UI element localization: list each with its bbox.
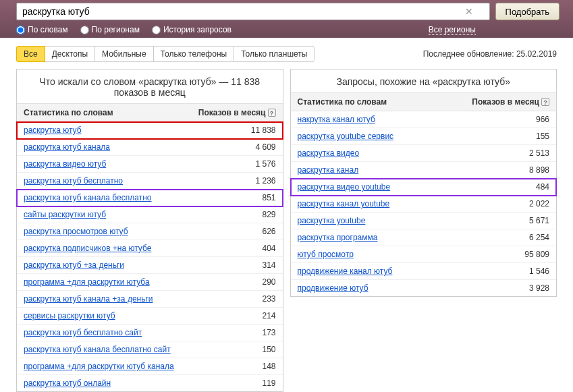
table-row: раскрутка ютуб бесплатно сайт173 [17,325,283,341]
table-row: раскрутка канал8 898 [291,162,557,179]
query-link[interactable]: ютуб просмотр [298,250,354,259]
table-row: сайты раскрутки ютуб829 [17,206,283,223]
query-link[interactable]: раскрутка просмотров ютуб [24,227,128,236]
query-link[interactable]: раскрутка ютуб канала бесплатно сайт [24,345,171,354]
radio-label: По словам [28,25,68,34]
table-row: раскрутка просмотров ютуб626 [17,223,283,240]
tab-tablets[interactable]: Только планшеты [234,46,315,62]
submit-button[interactable]: Подобрать [495,3,560,20]
tab-all[interactable]: Все [16,46,45,62]
radio-by-regions-input[interactable] [80,26,89,34]
query-link[interactable]: раскрутка ютуб бесплатно сайт [24,328,142,337]
col-words: Статистика по словам [291,93,436,111]
shows-value: 148 [188,358,282,375]
last-update: Последнее обновление: 25.02.2019 [423,49,557,59]
table-row: раскрутка youtube сервис155 [291,128,557,145]
query-link[interactable]: раскрутка ютуб онлайн [24,379,111,388]
radio-by-words[interactable]: По словам [16,25,68,34]
shows-value: 626 [188,223,282,240]
query-link[interactable]: раскрутка подписчиков +на ютубе [24,244,151,253]
table-row: раскрутка видео ютуб1 576 [17,156,283,173]
query-link[interactable]: раскрутка youtube сервис [298,132,394,141]
shows-value: 966 [436,111,556,128]
table-row: сервисы раскрутки ютуб214 [17,308,283,325]
shows-value: 4 609 [188,139,282,156]
shows-value: 6 254 [436,229,556,246]
search-bar: ✕ Подобрать По словам По регионам Истори… [0,0,573,38]
col-shows: Показов в месяц? [188,104,282,122]
query-link[interactable]: программа +для раскрутки ютуб канала [24,362,174,371]
table-row: программа +для раскрутки ютуба290 [17,274,283,291]
query-link[interactable]: раскрутка ютуб +за деньги [24,260,124,270]
shows-value: 484 [436,179,556,196]
all-regions-link[interactable]: Все регионы [429,25,476,35]
help-icon[interactable]: ? [268,109,276,117]
table-row: продвижение ютуб3 928 [291,280,557,297]
query-link[interactable]: программа +для раскрутки ютуба [24,277,150,287]
table-row: раскрутка видео youtube484 [291,179,557,196]
shows-value: 3 928 [436,280,556,297]
radio-label: По регионам [92,25,140,34]
shows-value: 2 513 [436,145,556,162]
radio-by-words-input[interactable] [16,26,25,34]
query-link[interactable]: раскрутка ютуб [24,125,82,135]
table-row: раскрутка ютуб бесплатно1 236 [17,173,283,190]
table-row: раскрутка ютуб онлайн119 [17,375,283,392]
query-link[interactable]: раскрутка ютуб канала +за деньги [24,294,153,304]
tab-mobile[interactable]: Мобильные [94,46,154,62]
radio-by-regions[interactable]: По регионам [80,25,140,34]
shows-value: 214 [188,308,282,325]
help-icon[interactable]: ? [541,98,549,106]
shows-value: 233 [188,291,282,308]
query-link[interactable]: раскрутка youtube [298,216,366,225]
query-link[interactable]: раскрутка ютуб бесплатно [24,176,123,186]
tabs-row: Все Десктопы Мобильные Только телефоны Т… [0,38,573,69]
shows-value: 290 [188,274,282,291]
query-link[interactable]: продвижение канал ютуб [298,267,393,276]
right-table: Статистика по словам Показов в месяц? на… [291,92,557,296]
shows-value: 829 [188,206,282,223]
query-link[interactable]: раскрутка канал youtube [298,199,390,208]
panel-right-title: Запросы, похожие на «раскрутка ютуб» [291,69,557,92]
query-link[interactable]: продвижение ютуб [298,283,369,293]
search-input[interactable] [16,3,490,20]
query-link[interactable]: раскрутка ютуб канала бесплатно [24,193,151,202]
table-row: раскрутка программа6 254 [291,229,557,246]
query-link[interactable]: накрутка канал ютуб [298,115,375,124]
shows-value: 150 [188,341,282,358]
radio-history[interactable]: История запросов [152,25,231,34]
table-row: продвижение канал ютуб1 546 [291,263,557,280]
shows-value: 2 022 [436,196,556,213]
panel-right: Запросы, похожие на «раскрутка ютуб» Ста… [290,69,557,297]
query-link[interactable]: раскрутка видео [298,148,360,158]
radio-history-input[interactable] [152,26,161,34]
query-link[interactable]: раскрутка ютуб канала [24,142,110,152]
table-row: ютуб просмотр95 809 [291,246,557,263]
query-link[interactable]: раскрутка видео ютуб [24,159,106,169]
table-row: раскрутка ютуб канала бесплатно сайт150 [17,341,283,358]
tab-phones[interactable]: Только телефоны [153,46,235,62]
shows-value: 5 671 [436,213,556,229]
clear-icon[interactable]: ✕ [464,7,474,16]
table-row: раскрутка ютуб канала бесплатно851 [17,190,283,206]
shows-value: 8 898 [436,162,556,179]
table-row: раскрутка youtube5 671 [291,213,557,229]
query-link[interactable]: раскрутка видео youtube [298,182,391,192]
shows-value: 119 [188,375,282,392]
left-table: Статистика по словам Показов в месяц? ра… [17,103,283,391]
shows-value: 1 576 [188,156,282,173]
query-link[interactable]: сервисы раскрутки ютуб [24,311,115,320]
table-row: раскрутка ютуб канала4 609 [17,139,283,156]
query-link[interactable]: сайты раскрутки ютуб [24,210,106,219]
table-row: накрутка канал ютуб966 [291,111,557,128]
shows-value: 1 546 [436,263,556,280]
query-link[interactable]: раскрутка программа [298,233,378,242]
tab-desktops[interactable]: Десктопы [45,46,95,62]
query-link[interactable]: раскрутка канал [298,165,359,175]
table-row: раскрутка видео2 513 [291,145,557,162]
shows-value: 1 236 [188,173,282,190]
table-row: раскрутка ютуб11 838 [17,122,283,139]
shows-value: 11 838 [188,122,282,139]
table-row: раскрутка ютуб канала +за деньги233 [17,291,283,308]
shows-value: 851 [188,190,282,206]
